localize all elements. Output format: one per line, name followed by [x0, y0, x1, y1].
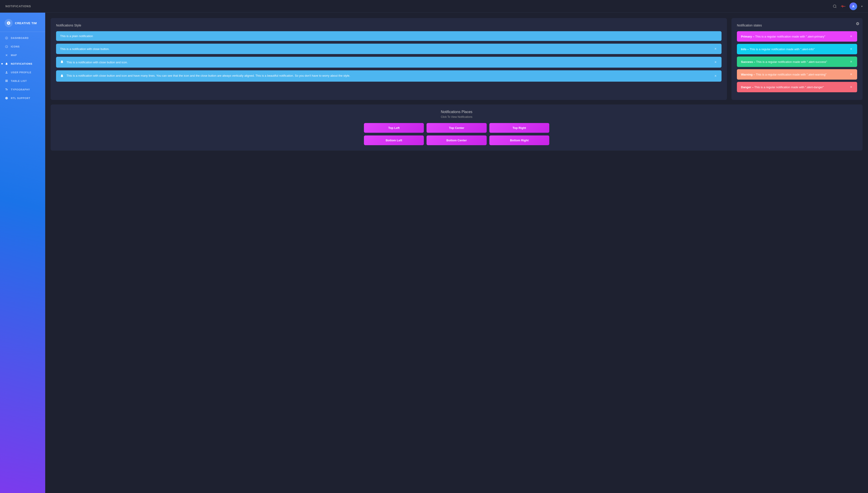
sidebar: CREATIVE TIM DASHBOARD ICONS — [0, 13, 45, 493]
sidebar-item-icons[interactable]: ICONS — [0, 42, 45, 51]
sidebar-item-label: TABLE LIST — [11, 80, 27, 82]
alert-plain: This is a plain notification — [56, 31, 721, 41]
top-center-button[interactable]: Top Center — [426, 123, 486, 133]
bottom-center-button[interactable]: Bottom Center — [426, 135, 486, 145]
bell-icon-2 — [60, 74, 64, 79]
state-warning-text: Warning – This is a regular notification… — [741, 73, 826, 76]
state-primary-text: Primary – This is a regular notification… — [741, 35, 825, 38]
search-icon[interactable] — [833, 4, 837, 8]
sidebar-item-map[interactable]: MAP — [0, 51, 45, 60]
pulse-icon[interactable] — [841, 4, 845, 8]
top-row: Notifications Style This is a plain noti… — [51, 18, 863, 100]
svg-point-2 — [6, 38, 7, 39]
sidebar-item-rtl-support[interactable]: RTL SUPPORT — [0, 94, 45, 103]
user-icon — [4, 70, 8, 74]
chevron-down-icon[interactable]: ▾ — [861, 5, 863, 8]
sidebar-item-label: RTL SUPPORT — [11, 97, 30, 100]
typography-icon — [4, 87, 8, 91]
alert-close: This is a notification with close button… — [56, 44, 721, 54]
close-state-warning[interactable]: × — [849, 72, 853, 77]
sidebar-item-label: USER PROFILE — [11, 71, 31, 74]
sidebar-brand-name: CREATIVE TIM — [15, 21, 37, 25]
notification-states-card: Notification states ⚙ Primary – This is … — [732, 18, 863, 100]
alert-icon-text: This is a notification with close button… — [66, 61, 128, 64]
places-subtitle: Click To View Notifications — [56, 115, 857, 119]
bottom-left-button[interactable]: Bottom Left — [364, 135, 424, 145]
layout: CREATIVE TIM DASHBOARD ICONS — [0, 13, 868, 493]
notifications-style-card: Notifications Style This is a plain noti… — [51, 18, 727, 100]
places-title: Notifications Places — [56, 110, 857, 114]
notifications-style-title: Notifications Style — [56, 23, 721, 27]
sidebar-brand: CREATIVE TIM — [0, 16, 45, 32]
state-danger-text: Danger – This is a regular notification … — [741, 85, 824, 89]
close-state-danger[interactable]: × — [849, 85, 853, 89]
sidebar-item-label: DASHBOARD — [11, 37, 29, 39]
state-alert-primary: Primary – This is a regular notification… — [737, 31, 857, 42]
state-success-text: Success – This is a regular notification… — [741, 60, 827, 64]
dashboard-icon — [4, 36, 8, 40]
alert-multi-text: This is a notification with close button… — [66, 73, 350, 78]
top-right-button[interactable]: Top Right — [489, 123, 549, 133]
sidebar-item-label: MAP — [11, 54, 17, 57]
alert-multi-left: This is a notification with close button… — [60, 73, 714, 79]
close-state-primary[interactable]: × — [849, 35, 853, 39]
page-title: NOTIFICATIONS — [5, 4, 31, 8]
state-info-text: Info – This is a regular notification ma… — [741, 47, 815, 51]
state-alert-warning: Warning – This is a regular notification… — [737, 69, 857, 80]
bell-icon-1 — [60, 60, 64, 64]
state-alert-info: Info – This is a regular notification ma… — [737, 44, 857, 54]
close-state-info[interactable]: × — [849, 47, 853, 51]
icons-icon — [4, 45, 8, 49]
close-button-1[interactable]: × — [714, 47, 717, 51]
main-content: Notifications Style This is a plain noti… — [45, 13, 868, 493]
state-alert-success: Success – This is a regular notification… — [737, 57, 857, 67]
svg-point-0 — [833, 5, 836, 7]
map-icon — [4, 53, 8, 57]
alert-close-left: This is a notification with close button… — [60, 47, 714, 51]
brand-icon — [4, 19, 13, 27]
close-button-3[interactable]: × — [714, 74, 717, 78]
close-button-2[interactable]: × — [714, 60, 717, 64]
notifications-icon — [4, 62, 8, 66]
state-alert-danger: Danger – This is a regular notification … — [737, 82, 857, 92]
sidebar-item-user-profile[interactable]: USER PROFILE — [0, 68, 45, 77]
sidebar-item-notifications[interactable]: NOTIFICATIONS — [0, 60, 45, 68]
top-left-button[interactable]: Top Left — [364, 123, 424, 133]
notifications-places-card: Notifications Places Click To View Notif… — [51, 105, 863, 151]
gear-button[interactable]: ⚙ — [856, 21, 860, 26]
svg-line-1 — [836, 7, 836, 8]
alert-multiline: This is a notification with close button… — [56, 70, 721, 82]
topnav-right: A ▾ — [833, 2, 863, 10]
avatar[interactable]: A — [849, 2, 857, 10]
alert-icon-close: This is a notification with close button… — [56, 57, 721, 68]
close-state-success[interactable]: × — [849, 60, 853, 64]
sidebar-item-label: ICONS — [11, 45, 20, 48]
alert-icon-left: This is a notification with close button… — [60, 60, 714, 64]
places-grid: Top Left Top Center Top Right Bottom Lef… — [364, 123, 549, 145]
alert-plain-text: This is a plain notification — [60, 35, 93, 38]
rtl-icon — [4, 96, 8, 100]
sidebar-item-typography[interactable]: TYPOGRAPHY — [0, 85, 45, 94]
sidebar-item-label: NOTIFICATIONS — [11, 62, 32, 65]
alert-close-text: This is a notification with close button… — [60, 47, 109, 51]
sidebar-item-dashboard[interactable]: DASHBOARD — [0, 34, 45, 42]
sidebar-item-label: TYPOGRAPHY — [11, 88, 30, 91]
sidebar-item-table-list[interactable]: TABLE LIST — [0, 77, 45, 85]
notification-states-title: Notification states — [737, 23, 857, 27]
topnav: NOTIFICATIONS A ▾ — [0, 0, 868, 13]
table-icon — [4, 79, 8, 83]
bottom-right-button[interactable]: Bottom Right — [489, 135, 549, 145]
svg-point-5 — [5, 97, 8, 100]
